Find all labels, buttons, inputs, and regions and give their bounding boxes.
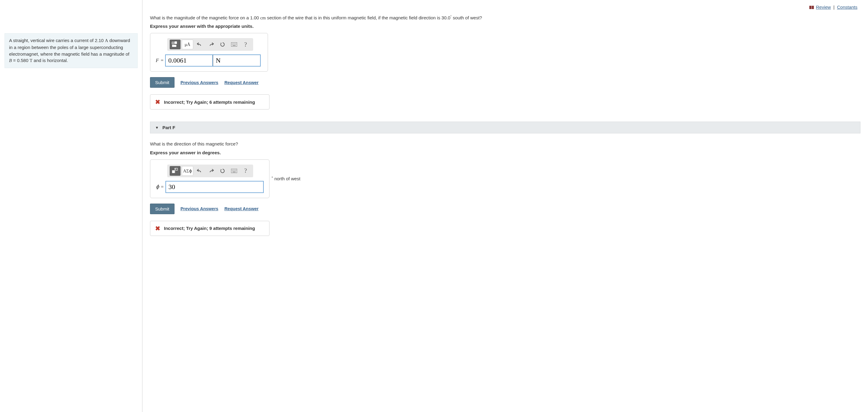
part-f-header[interactable]: ▼ Part F	[150, 122, 861, 134]
problem-text: and is horizontal.	[32, 58, 68, 63]
part-e-instruction: Express your answer with the appropriate…	[150, 24, 861, 29]
b-unit: T	[30, 58, 32, 63]
part-f-feedback: ✖ Incorrect; Try Again; 9 attempts remai…	[150, 221, 270, 236]
feedback-text: Incorrect; Try Again; 9 attempts remaini…	[164, 226, 255, 231]
svg-rect-10	[176, 168, 178, 170]
feedback-text: Incorrect; Try Again; 6 attempts remaini…	[164, 99, 255, 105]
template-icon[interactable]	[170, 40, 181, 49]
equals: =	[161, 184, 164, 190]
header-links: Review | Constants	[150, 3, 861, 12]
current-unit: A	[105, 38, 108, 43]
special-chars-button[interactable]: μÅ	[182, 40, 193, 49]
svg-rect-4	[172, 45, 176, 47]
part-f-body: What is the direction of this magnetic f…	[150, 134, 861, 236]
part-f-question: What is the direction of this magnetic f…	[150, 141, 861, 148]
part-e-answer-box: μÅ ? F =	[150, 33, 268, 72]
template-icon[interactable]	[170, 166, 181, 176]
direction-text: north of west	[274, 176, 300, 181]
value-input[interactable]	[165, 54, 213, 66]
b-variable: B	[9, 58, 12, 63]
problem-statement: A straight, vertical wire carries a curr…	[4, 33, 137, 68]
submit-button[interactable]: Submit	[150, 204, 175, 214]
caret-down-icon: ▼	[155, 125, 159, 130]
problem-text: = 0.580	[12, 58, 30, 63]
undo-icon[interactable]	[194, 166, 205, 176]
degree-symbol: ∘	[271, 175, 273, 178]
part-f-instruction: Express your answer in degrees.	[150, 150, 861, 155]
svg-rect-2	[172, 42, 174, 44]
variable-f: F	[156, 57, 159, 63]
request-answer-link[interactable]: Request Answer	[224, 80, 258, 85]
part-f-buttons: Submit Previous Answers Request Answer	[150, 204, 861, 214]
part-e-buttons: Submit Previous Answers Request Answer	[150, 77, 861, 88]
flag-icon[interactable]	[809, 5, 814, 10]
previous-answers-link[interactable]: Previous Answers	[181, 80, 218, 85]
previous-answers-link[interactable]: Previous Answers	[181, 206, 218, 211]
unit-input[interactable]	[213, 54, 261, 66]
equals: =	[161, 58, 163, 63]
constants-link[interactable]: Constants	[837, 4, 858, 10]
problem-text: A straight, vertical wire carries a curr…	[9, 38, 105, 43]
reset-icon[interactable]	[217, 166, 228, 176]
redo-icon[interactable]	[206, 40, 216, 49]
svg-rect-0	[809, 6, 811, 9]
svg-rect-1	[812, 6, 814, 9]
incorrect-icon: ✖	[155, 98, 160, 106]
help-icon[interactable]: ?	[241, 40, 251, 49]
part-f-toolbar: ΑΣϕ ?	[167, 165, 253, 177]
request-answer-link[interactable]: Request Answer	[224, 206, 258, 211]
part-e-feedback: ✖ Incorrect; Try Again; 6 attempts remai…	[150, 94, 270, 110]
part-f-title: Part F	[162, 125, 176, 130]
svg-rect-9	[172, 170, 175, 173]
part-e-answer-row: F =	[156, 54, 262, 66]
reset-icon[interactable]	[217, 40, 228, 49]
part-f-answer-box: ΑΣϕ ?	[150, 159, 270, 198]
undo-icon[interactable]	[194, 40, 205, 49]
redo-icon[interactable]	[206, 166, 216, 176]
submit-button[interactable]: Submit	[150, 77, 175, 88]
part-e-body: What is the magnitude of the magnetic fo…	[150, 12, 861, 110]
part-e-toolbar: μÅ ?	[167, 38, 253, 51]
trailing-unit: ∘ north of west	[271, 176, 300, 181]
svg-rect-3	[175, 41, 177, 44]
review-link[interactable]: Review	[816, 4, 831, 10]
special-chars-button[interactable]: ΑΣϕ	[182, 166, 193, 176]
value-input[interactable]	[165, 181, 264, 193]
part-f-answer-row: ϕ =	[156, 181, 264, 193]
keyboard-icon[interactable]	[229, 166, 239, 176]
keyboard-icon[interactable]	[229, 40, 239, 49]
help-icon[interactable]: ?	[241, 166, 251, 176]
separator: |	[833, 4, 834, 10]
part-e-question: What is the magnitude of the magnetic fo…	[150, 14, 861, 22]
variable-phi: ϕ	[156, 184, 159, 190]
incorrect-icon: ✖	[155, 225, 160, 232]
